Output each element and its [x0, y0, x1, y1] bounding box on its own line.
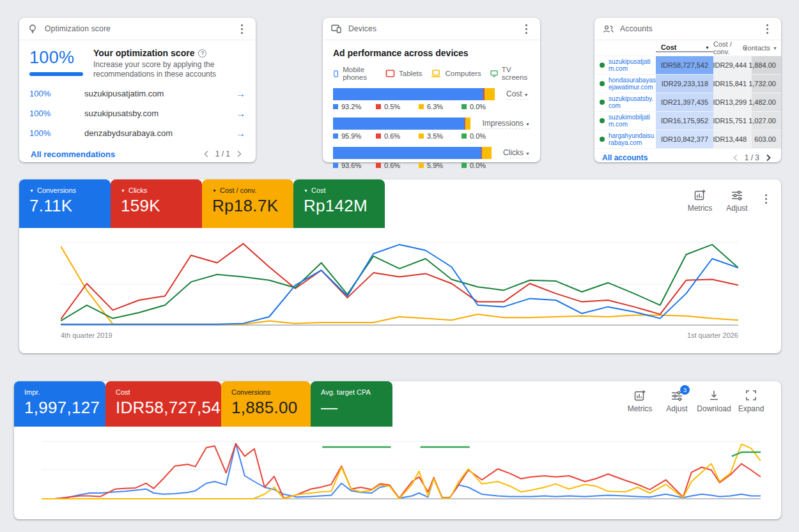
- cost-conv-cell: IDR13,299: [713, 93, 752, 111]
- metric-value: 1,997,127: [24, 398, 105, 418]
- bar-segment: [333, 118, 465, 130]
- metric-value: 159K: [121, 196, 202, 216]
- metrics-button[interactable]: Metrics: [621, 389, 658, 413]
- page-indicator: 1 / 3: [745, 153, 759, 162]
- phone-icon: [333, 69, 339, 79]
- expand-button[interactable]: Expand: [733, 389, 770, 413]
- tablet-icon: [385, 69, 395, 78]
- arrow-right-icon[interactable]: →: [236, 108, 245, 119]
- account-domain-link[interactable]: suzukipusatjatim.com: [609, 58, 656, 72]
- device-bar-group-cost: Cost▼ 93.2% 0.5% 6.3% 0.0%: [333, 88, 530, 110]
- metric-value: —: [321, 398, 392, 418]
- account-score-row[interactable]: 100% suzukipusatsby.com →: [29, 108, 245, 119]
- adjust-button[interactable]: Adjust: [718, 188, 756, 213]
- device-bar-group-impressions: Impressions▼ 95.9% 0.6% 3.5% 0.0%: [333, 118, 530, 140]
- table-row[interactable]: hondasurabayasejawatimur.com IDR29,233,1…: [594, 74, 781, 93]
- chevron-left-icon[interactable]: [731, 153, 741, 163]
- bar-segment: [465, 118, 470, 130]
- bar-metric-dropdown[interactable]: Impressions▼: [482, 119, 530, 129]
- row-score: 100%: [29, 109, 84, 118]
- cost-conv-cell: IDR15,751: [713, 112, 752, 130]
- cost-cell: IDR29,233,118: [656, 75, 713, 93]
- chevron-right-icon[interactable]: [763, 153, 773, 163]
- bar-metric-dropdown[interactable]: Cost▼: [506, 89, 529, 100]
- contacts-cell: 603.00: [752, 130, 781, 148]
- adjust-badge: 3: [680, 385, 690, 395]
- chevron-left-icon[interactable]: [201, 149, 212, 159]
- help-icon[interactable]: ?: [198, 49, 206, 57]
- segment-percent: 5.9%: [427, 162, 443, 169]
- stacked-bar-clicks: [333, 147, 492, 159]
- column-header-cost[interactable]: Cost▼: [656, 43, 713, 52]
- table-row[interactable]: hargahyundaisurabaya.com IDR10,842,377 I…: [594, 130, 781, 148]
- row-domain: suzukipusatjatim.com: [84, 89, 236, 98]
- bar-segment: [470, 118, 471, 130]
- account-domain-link[interactable]: hondasurabayasejawatimur.com: [609, 77, 656, 91]
- all-accounts-link[interactable]: All accounts: [602, 153, 648, 162]
- detail-line-chart[interactable]: [42, 430, 761, 501]
- metric-value: Rp18.7K: [212, 196, 293, 216]
- metrics-button[interactable]: Metrics: [681, 188, 718, 213]
- bar-metric-dropdown[interactable]: Clicks▼: [503, 148, 530, 158]
- devices-icon: [330, 23, 342, 34]
- tab-cost[interactable]: ▼Cost Rp142M: [293, 179, 385, 228]
- x-axis-start-label: 4th quarter 2019: [61, 331, 112, 339]
- segment-percent: 0.0%: [470, 162, 486, 169]
- card-title: Accounts: [620, 24, 653, 33]
- kebab-menu-icon[interactable]: [759, 192, 772, 205]
- account-score-row[interactable]: 100% suzukipusatjatim.com →: [29, 88, 245, 99]
- adjust-button[interactable]: Adjust 3: [658, 389, 695, 413]
- devices-legend: Mobile phones Tablets Computers TV scree…: [333, 66, 530, 81]
- table-row[interactable]: suzukipusatjatim.com IDR58,727,542 IDR29…: [594, 56, 781, 74]
- arrow-right-icon[interactable]: →: [236, 128, 245, 139]
- metric-value: Rp142M: [304, 196, 385, 216]
- account-domain-link[interactable]: hargahyundaisurabaya.com: [609, 132, 656, 146]
- kebab-menu-icon[interactable]: [761, 22, 773, 35]
- segment-percent: 0.6%: [384, 162, 400, 169]
- legend-item: Computers: [431, 69, 481, 78]
- kebab-menu-icon[interactable]: [520, 22, 532, 35]
- segment-percent: 93.2%: [341, 103, 361, 110]
- overview-line-chart[interactable]: [61, 239, 738, 329]
- arrow-right-icon[interactable]: →: [236, 88, 245, 99]
- detail-chart-card: Impr. 1,997,127 Cost IDR58,727,542 Conve…: [14, 381, 781, 519]
- tab-clicks[interactable]: ▼Clicks 159K: [111, 179, 202, 228]
- devices-subtitle: Ad performance across devices: [333, 48, 530, 58]
- row-domain: denzabydsurabaya.com: [84, 128, 236, 138]
- page-indicator: 1 / 1: [215, 149, 230, 158]
- tab-cost-conv[interactable]: ▼Cost / conv. Rp18.7K: [202, 179, 293, 228]
- devices-card-header: Devices: [323, 18, 540, 40]
- chevron-right-icon[interactable]: [234, 149, 244, 159]
- account-domain-link[interactable]: suzukipusatsby.com: [609, 95, 656, 109]
- tv-icon: [490, 69, 498, 78]
- tab-conversions[interactable]: ▼Conversions 7.11K: [19, 179, 111, 228]
- column-header-contacts[interactable]: Contacts▼: [752, 44, 781, 52]
- metric-value: 1,885.00: [231, 398, 311, 418]
- row-score: 100%: [29, 128, 84, 138]
- cost-cell: IDR21,397,435: [656, 93, 713, 111]
- tab-avg-target-cpa[interactable]: Avg. target CPA —: [311, 381, 392, 427]
- tab-cost[interactable]: Cost IDR58,727,542: [105, 381, 221, 427]
- table-row[interactable]: suzukipusatsby.com IDR21,397,435 IDR13,2…: [594, 93, 781, 111]
- kebab-menu-icon[interactable]: [235, 22, 248, 35]
- tab-conversions[interactable]: Conversions 1,885.00: [221, 381, 311, 427]
- account-score-row[interactable]: 100% denzabydsurabaya.com →: [29, 128, 245, 139]
- cost-cell: IDR58,727,542: [656, 56, 713, 74]
- segment-percent: 95.9%: [341, 132, 361, 140]
- tab-impressions[interactable]: Impr. 1,997,127: [14, 381, 105, 427]
- devices-card: Devices Ad performance across devices Mo…: [323, 18, 540, 162]
- cost-conv-cell: IDR29,444: [713, 56, 752, 74]
- contacts-cell: 1,482.00: [752, 93, 781, 111]
- metric-value: IDR58,727,542: [116, 398, 221, 418]
- legend-label: Computers: [445, 70, 481, 77]
- all-recommendations-link[interactable]: All recommendations: [31, 149, 115, 159]
- segment-percent: 0.0%: [470, 132, 486, 140]
- x-axis-end-label: 1st quarter 2026: [687, 331, 738, 339]
- segment-percent: 6.3%: [427, 103, 443, 110]
- legend-item: Tablets: [385, 69, 422, 78]
- account-domain-link[interactable]: suzukimobiljatim.com: [609, 114, 656, 128]
- legend-label: Tablets: [399, 70, 422, 77]
- table-row[interactable]: suzukimobiljatim.com IDR16,175,952 IDR15…: [594, 111, 781, 130]
- status-dot: [600, 63, 605, 68]
- download-button[interactable]: Download: [695, 389, 733, 413]
